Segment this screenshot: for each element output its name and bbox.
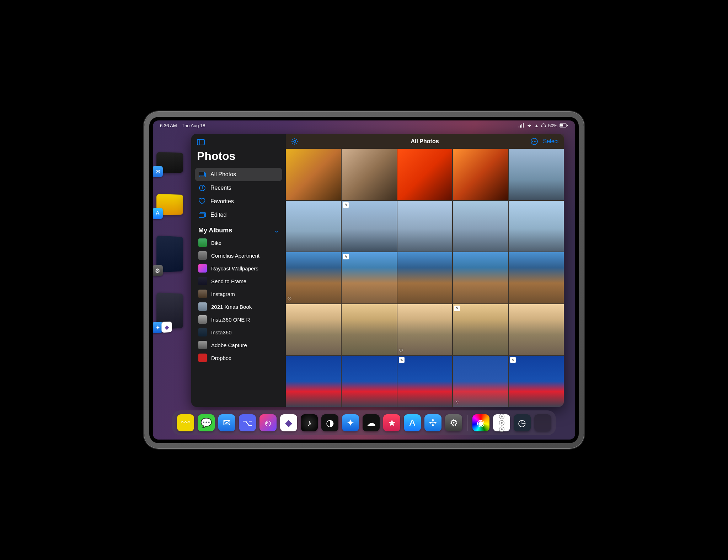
svg-rect-2 xyxy=(521,124,522,128)
dock-icon-shortcuts[interactable]: ⎋ xyxy=(259,414,277,431)
dock-icon-appstore[interactable]: A xyxy=(404,414,421,431)
svg-rect-0 xyxy=(519,126,519,128)
photo-thumb[interactable]: ✎ xyxy=(342,201,397,252)
dock-icon-craft[interactable]: 〰 xyxy=(177,414,194,431)
album-adobe[interactable]: Adobe Capture xyxy=(195,339,282,351)
section-header-my-albums[interactable]: My Albums ⌄ xyxy=(195,222,282,236)
photo-thumb[interactable] xyxy=(286,201,341,252)
dock-icon-star[interactable]: ★ xyxy=(383,414,400,431)
airplay-icon: ▲ xyxy=(534,123,539,128)
more-icon[interactable] xyxy=(530,138,538,145)
status-time: 6:36 AM xyxy=(160,123,177,128)
svg-rect-5 xyxy=(545,126,546,127)
section-label: My Albums xyxy=(198,227,232,234)
stage-item-3[interactable]: ⚙ xyxy=(156,236,183,273)
sidebar-item-favorites[interactable]: Favorites xyxy=(195,195,282,208)
photo-thumb[interactable] xyxy=(286,304,341,355)
obsidian-icon: ◆ xyxy=(161,322,172,333)
photo-thumb[interactable] xyxy=(342,304,397,355)
photo-thumb[interactable] xyxy=(397,252,453,303)
content-toolbar: All Photos Select xyxy=(286,134,564,149)
stage-item-2[interactable]: A xyxy=(156,194,183,215)
dock-icon-music[interactable]: ♪ xyxy=(301,414,318,431)
headphones-icon xyxy=(541,123,546,128)
svg-rect-8 xyxy=(567,125,568,126)
album-cornelius[interactable]: Cornelius Apartment xyxy=(195,249,282,262)
stage-item-1[interactable]: ✉ xyxy=(156,152,183,173)
dock: 〰💬✉⌥⎋◆♪◑✦☁★A✢⚙ ◉⦿⦿⦿◷ xyxy=(172,410,556,435)
album-insta360[interactable]: Insta360 xyxy=(195,326,282,339)
album-insta360oner[interactable]: Insta360 ONE R xyxy=(195,313,282,326)
photo-thumb[interactable]: ♡ xyxy=(453,356,508,407)
stack-icon xyxy=(198,211,206,219)
gear-icon[interactable] xyxy=(291,138,299,145)
dock-icon-safari[interactable]: ✦ xyxy=(342,414,359,431)
dock-recent-group: ◉⦿⦿⦿◷ xyxy=(472,414,531,431)
svg-rect-1 xyxy=(520,125,521,128)
album-xmas[interactable]: 2021 Xmas Book xyxy=(195,300,282,313)
photo-thumb[interactable] xyxy=(286,356,341,407)
edited-badge-icon: ✎ xyxy=(343,202,349,208)
photo-thumb[interactable]: ♡ xyxy=(286,252,341,303)
ipad-device: 6:36 AM Thu Aug 18 ▲ 50% xyxy=(144,112,584,448)
settings-icon: ⚙ xyxy=(152,265,163,276)
ipad-screen: 6:36 AM Thu Aug 18 ▲ 50% xyxy=(149,117,579,443)
photo-thumb[interactable] xyxy=(453,149,508,200)
photo-thumb[interactable] xyxy=(286,149,341,200)
clock-icon xyxy=(198,184,206,192)
sidebar-item-edited[interactable]: Edited xyxy=(195,208,282,222)
edited-badge-icon: ✎ xyxy=(399,357,405,363)
dock-icon-speedtest[interactable]: ◷ xyxy=(514,414,531,431)
photo-thumb[interactable] xyxy=(509,252,564,303)
sidebar-toggle-icon[interactable] xyxy=(197,139,205,145)
status-bar: 6:36 AM Thu Aug 18 ▲ 50% xyxy=(153,120,575,129)
photo-thumb[interactable] xyxy=(397,201,453,252)
dock-icon-mail[interactable]: ✉ xyxy=(218,414,235,431)
photo-thumb[interactable]: ✎ xyxy=(397,356,453,407)
favorite-heart-icon: ♡ xyxy=(287,296,292,302)
photo-thumb[interactable]: ✎ xyxy=(509,356,564,407)
album-dropbox[interactable]: Dropbox xyxy=(195,351,282,364)
album-instagram[interactable]: Instagram xyxy=(195,287,282,300)
photo-thumb[interactable] xyxy=(509,304,564,355)
dock-icon-activity[interactable]: ◑ xyxy=(321,414,338,431)
dock-app-switcher[interactable] xyxy=(534,414,551,431)
photo-thumb[interactable]: ✎ xyxy=(342,252,397,303)
photo-thumb[interactable] xyxy=(453,201,508,252)
album-frame[interactable]: Send to Frame xyxy=(195,275,282,287)
dock-separator xyxy=(467,415,467,431)
dock-icon-settings[interactable]: ⚙ xyxy=(445,414,462,431)
photo-thumb[interactable] xyxy=(509,149,564,200)
appstore-icon: A xyxy=(152,208,163,219)
sidebar-item-recents[interactable]: Recents xyxy=(195,181,282,195)
photo-grid[interactable]: ✎♡✎♡✎✎♡✎ xyxy=(286,149,564,407)
svg-rect-3 xyxy=(523,123,524,128)
dock-icon-icloud[interactable]: ☁ xyxy=(363,414,380,431)
photo-thumb[interactable]: ♡ xyxy=(397,304,453,355)
dock-icon-messages[interactable]: 💬 xyxy=(198,414,215,431)
photos-window: Photos All Photos Recents xyxy=(191,134,564,407)
photo-thumb[interactable] xyxy=(397,149,453,200)
svg-rect-14 xyxy=(199,213,204,217)
photo-thumb[interactable] xyxy=(453,252,508,303)
dock-icon-obsidian[interactable]: ◆ xyxy=(280,414,297,431)
album-bike[interactable]: Bike xyxy=(195,236,282,249)
signal-icon xyxy=(519,123,524,128)
edited-badge-icon: ✎ xyxy=(510,357,516,363)
dock-icon-atlas[interactable]: ✢ xyxy=(424,414,441,431)
photo-thumb[interactable] xyxy=(509,201,564,252)
dock-icon-color[interactable]: ◉ xyxy=(472,414,489,431)
sidebar-item-all-photos[interactable]: All Photos xyxy=(195,168,282,181)
photo-thumb[interactable] xyxy=(342,149,397,200)
stage-item-4[interactable]: ✦ ◆ xyxy=(156,292,183,329)
photo-thumb[interactable] xyxy=(342,356,397,407)
select-button[interactable]: Select xyxy=(543,138,559,145)
battery-percent: 50% xyxy=(548,123,557,128)
dock-icon-reminders[interactable]: ⦿⦿⦿ xyxy=(493,414,510,431)
svg-point-15 xyxy=(294,140,296,142)
dock-icon-discord[interactable]: ⌥ xyxy=(239,414,256,431)
svg-rect-4 xyxy=(541,126,542,127)
edited-badge-icon: ✎ xyxy=(454,306,460,311)
album-raycast[interactable]: Raycast Wallpapers xyxy=(195,262,282,275)
photo-thumb[interactable]: ✎ xyxy=(453,304,508,355)
